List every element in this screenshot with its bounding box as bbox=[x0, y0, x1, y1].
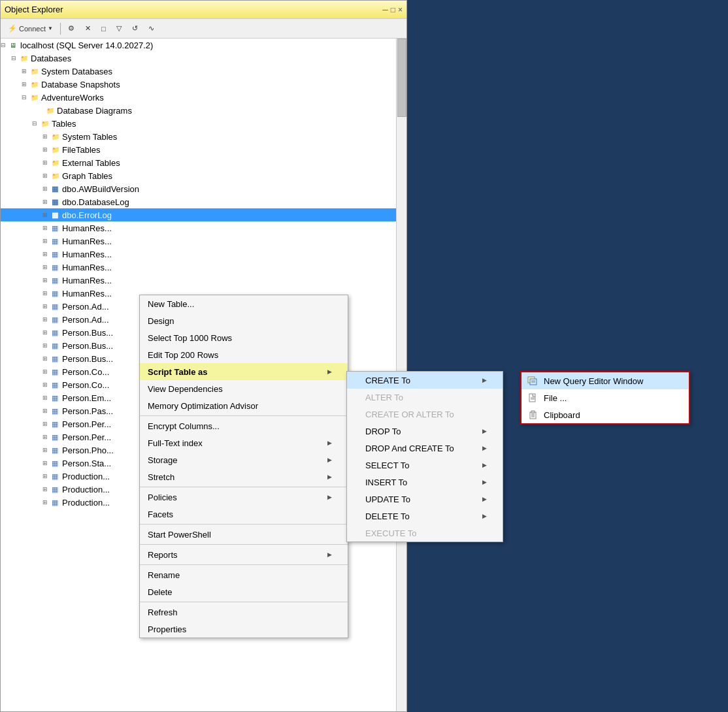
tree-item-errorlog[interactable]: ⊞ ▦ dbo.ErrorLog bbox=[1, 208, 396, 221]
expand-system-db[interactable]: ⊞ bbox=[22, 68, 31, 74]
expand-databaselog[interactable]: ⊞ bbox=[42, 199, 52, 205]
submenu-insert-to[interactable]: INSERT To ▶ bbox=[347, 474, 503, 491]
menu-script-table-label: Script Table as bbox=[148, 367, 208, 377]
icon-person-co1: ▦ bbox=[52, 368, 62, 376]
context-menu: New Table... Design Select Top 1000 Rows… bbox=[139, 295, 348, 638]
menu-fulltext-index[interactable]: Full-Text index ▶ bbox=[140, 434, 348, 451]
tree-item-humanres3[interactable]: ⊞ ▦ HumanRes... bbox=[1, 248, 396, 261]
tree-item-databases[interactable]: ⊟ 📁 Databases bbox=[1, 52, 396, 65]
filter-btn[interactable]: ⚙ bbox=[63, 22, 79, 35]
tree-item-awbuildversion[interactable]: ⊞ ▦ dbo.AWBuildVersion bbox=[1, 182, 396, 195]
menu-properties[interactable]: Properties bbox=[140, 621, 348, 638]
menu-start-ps[interactable]: Start PowerShell bbox=[140, 526, 348, 543]
tree-item-adventureworks[interactable]: ⊟ 📁 AdventureWorks bbox=[1, 91, 396, 104]
titlebar: Object Explorer ─ □ × bbox=[1, 1, 406, 19]
icon-databaselog: ▦ bbox=[52, 198, 62, 206]
submenu3-file[interactable]: File ... bbox=[521, 389, 689, 406]
menu-edit-top-label: Edit Top 200 Rows bbox=[148, 350, 218, 360]
menu-storage[interactable]: Storage ▶ bbox=[140, 451, 348, 468]
submenu-select-to[interactable]: SELECT To ▶ bbox=[347, 457, 503, 474]
tree-item-humanres1[interactable]: ⊞ ▦ HumanRes... bbox=[1, 221, 396, 235]
expand-sys-tables[interactable]: ⊞ bbox=[42, 133, 52, 140]
submenu-delete-to-label: DELETE To bbox=[365, 511, 410, 521]
connect-button[interactable]: ⚡ Connect ▼ bbox=[3, 22, 58, 35]
menu-stretch[interactable]: Stretch ▶ bbox=[140, 468, 348, 485]
separator-reports bbox=[140, 544, 348, 545]
submenu-create-to[interactable]: CREATE To ▶ bbox=[347, 372, 503, 389]
menu-refresh[interactable]: Refresh bbox=[140, 604, 348, 621]
submenu-drop-and-create-to[interactable]: DROP And CREATE To ▶ bbox=[347, 440, 503, 457]
menu-encrypt-cols[interactable]: Encrypt Columns... bbox=[140, 417, 348, 434]
minimize-btn[interactable]: ─ bbox=[382, 5, 388, 14]
label-ext-tables: External Tables bbox=[62, 158, 396, 168]
menu-delete[interactable]: Delete bbox=[140, 583, 348, 600]
menu-delete-label: Delete bbox=[148, 587, 173, 597]
tree-item-db-diagrams[interactable]: 📁 Database Diagrams bbox=[1, 104, 396, 117]
menu-facets[interactable]: Facets bbox=[140, 506, 348, 523]
expand-tables[interactable]: ⊟ bbox=[32, 120, 41, 127]
update-to-arrow: ▶ bbox=[482, 496, 487, 502]
expand-file-tables[interactable]: ⊞ bbox=[42, 146, 52, 153]
submenu-drop-and-create-to-label: DROP And CREATE To bbox=[365, 444, 454, 453]
activity-btn[interactable]: ∿ bbox=[144, 22, 159, 35]
menu-design-label: Design bbox=[148, 316, 174, 326]
menu-rename[interactable]: Rename bbox=[140, 566, 348, 583]
expand-databases[interactable]: ⊟ bbox=[11, 55, 20, 61]
new-window-btn[interactable]: □ bbox=[97, 23, 110, 35]
tree-item-tables[interactable]: ⊟ 📁 Tables bbox=[1, 117, 396, 130]
menu-script-table[interactable]: Script Table as ▶ bbox=[140, 363, 348, 380]
stop-btn[interactable]: ✕ bbox=[80, 22, 95, 35]
tree-item-ext-tables[interactable]: ⊞ 📁 External Tables bbox=[1, 156, 396, 169]
expand-db-diagrams[interactable] bbox=[37, 107, 46, 114]
expand-graph-tables[interactable]: ⊞ bbox=[42, 172, 52, 179]
submenu-update-to[interactable]: UPDATE To ▶ bbox=[347, 491, 503, 508]
tree-item-file-tables[interactable]: ⊞ 📁 FileTables bbox=[1, 143, 396, 156]
menu-reports[interactable]: Reports ▶ bbox=[140, 546, 348, 563]
submenu3-new-query-editor-label: New Query Editor Window bbox=[544, 376, 643, 386]
menu-new-table[interactable]: New Table... bbox=[140, 295, 348, 312]
tree-item-humanres5[interactable]: ⊞ ▦ HumanRes... bbox=[1, 274, 396, 287]
menu-memory-opt[interactable]: Memory Optimization Advisor bbox=[140, 397, 348, 414]
menu-view-deps[interactable]: View Dependencies bbox=[140, 380, 348, 397]
icon-humanres4: ▦ bbox=[52, 263, 62, 272]
connect-icon: ⚡ bbox=[8, 24, 17, 33]
tree-item-db-snapshots[interactable]: ⊞ 📁 Database Snapshots bbox=[1, 78, 396, 91]
delete-to-arrow: ▶ bbox=[482, 513, 487, 519]
menu-policies[interactable]: Policies ▶ bbox=[140, 489, 348, 506]
submenu3-new-query-editor[interactable]: New Query Editor Window bbox=[521, 372, 689, 389]
icon-db-diagrams: 📁 bbox=[46, 107, 57, 114]
tree-item-humanres2[interactable]: ⊞ ▦ HumanRes... bbox=[1, 235, 396, 248]
icon-person-bus2: ▦ bbox=[52, 342, 62, 350]
tree-item-sys-tables[interactable]: ⊞ 📁 System Tables bbox=[1, 130, 396, 143]
menu-design[interactable]: Design bbox=[140, 312, 348, 329]
script-table-arrow: ▶ bbox=[327, 368, 332, 375]
icon-person-bus1: ▦ bbox=[52, 329, 62, 337]
menu-select-top[interactable]: Select Top 1000 Rows bbox=[140, 329, 348, 346]
separator-encrypt bbox=[140, 415, 348, 416]
tree-item-server[interactable]: ⊟ 🖥 localhost (SQL Server 14.0.2027.2) bbox=[1, 39, 396, 52]
scrollbar-thumb[interactable] bbox=[397, 39, 406, 117]
refresh-btn[interactable]: ↺ bbox=[127, 22, 142, 35]
tree-item-humanres4[interactable]: ⊞ ▦ HumanRes... bbox=[1, 261, 396, 274]
tree-item-graph-tables[interactable]: ⊞ 📁 Graph Tables bbox=[1, 169, 396, 182]
menu-edit-top[interactable]: Edit Top 200 Rows bbox=[140, 346, 348, 363]
expand-server[interactable]: ⊟ bbox=[1, 42, 10, 48]
menu-refresh-label: Refresh bbox=[148, 607, 178, 617]
expand-adventureworks[interactable]: ⊟ bbox=[22, 94, 31, 101]
submenu-delete-to[interactable]: DELETE To ▶ bbox=[347, 508, 503, 525]
submenu3-clipboard[interactable]: Clipboard bbox=[521, 406, 689, 423]
tree-item-databaselog[interactable]: ⊞ ▦ dbo.DatabaseLog bbox=[1, 195, 396, 208]
submenu-select-to-label: SELECT To bbox=[365, 461, 409, 470]
submenu-drop-to[interactable]: DROP To ▶ bbox=[347, 423, 503, 440]
expand-errorlog[interactable]: ⊞ bbox=[42, 212, 52, 218]
expand-ext-tables[interactable]: ⊞ bbox=[42, 159, 52, 166]
close-btn[interactable]: × bbox=[398, 5, 403, 14]
expand-awbuildversion[interactable]: ⊞ bbox=[42, 186, 52, 192]
label-errorlog: dbo.ErrorLog bbox=[62, 210, 396, 220]
separator-policies bbox=[140, 487, 348, 487]
pin-btn[interactable]: □ bbox=[391, 5, 395, 14]
storage-arrow: ▶ bbox=[327, 457, 332, 463]
tree-item-system-db[interactable]: ⊞ 📁 System Databases bbox=[1, 65, 396, 78]
filter2-btn[interactable]: ▽ bbox=[112, 22, 126, 35]
expand-db-snapshots[interactable]: ⊞ bbox=[22, 81, 31, 88]
